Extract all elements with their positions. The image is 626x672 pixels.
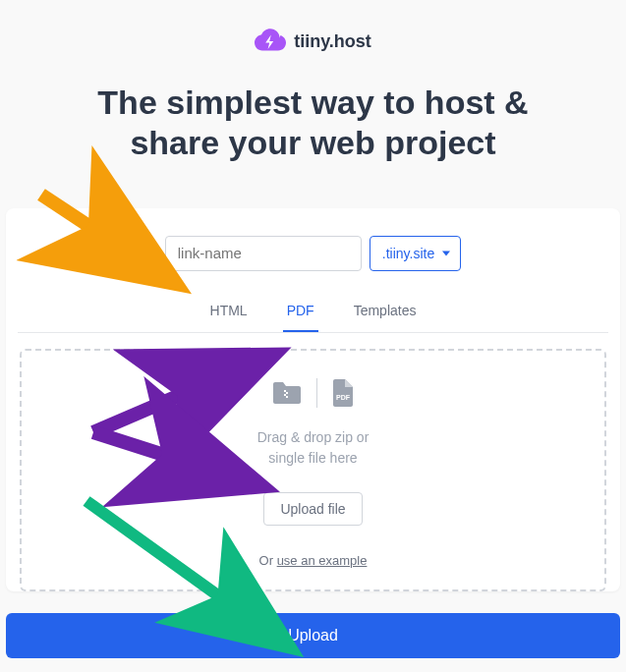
tabs: HTML PDF Templates	[18, 295, 608, 333]
cloud-lightning-icon	[255, 28, 286, 55]
upload-card: .tiiny.site HTML PDF Templates PDF	[6, 208, 620, 591]
upload-file-button[interactable]: Upload file	[263, 492, 362, 526]
drop-text: Drag & drop zip or single file here	[41, 427, 585, 469]
svg-text:PDF: PDF	[336, 394, 351, 401]
tab-html[interactable]: HTML	[206, 295, 252, 332]
logo-text: tiiny.host	[294, 31, 371, 52]
svg-rect-0	[284, 390, 286, 392]
zip-icon	[271, 380, 303, 406]
headline: The simplest way to host & share your we…	[20, 83, 606, 163]
link-name-input[interactable]	[165, 236, 362, 271]
svg-rect-3	[286, 396, 288, 398]
svg-rect-2	[284, 394, 286, 396]
chevron-down-icon	[442, 251, 450, 255]
upload-button[interactable]: Upload	[6, 613, 620, 658]
divider	[316, 378, 317, 408]
tab-pdf[interactable]: PDF	[283, 295, 318, 332]
dropzone[interactable]: PDF Drag & drop zip or single file here …	[20, 349, 606, 591]
domain-select[interactable]: .tiiny.site	[370, 236, 461, 271]
logo: tiiny.host	[20, 28, 606, 55]
pdf-icon: PDF	[331, 379, 355, 407]
tab-templates[interactable]: Templates	[350, 295, 421, 332]
example-text: Or use an example	[41, 553, 585, 568]
svg-rect-1	[286, 392, 288, 394]
use-example-link[interactable]: use an example	[277, 553, 368, 568]
